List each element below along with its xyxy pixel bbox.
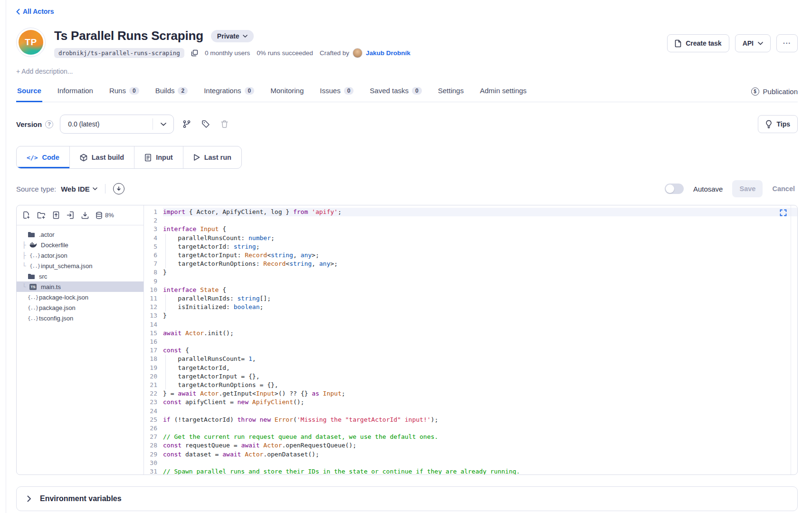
view-tab-code[interactable]: </>Code xyxy=(17,146,70,168)
tab-source[interactable]: Source xyxy=(16,82,42,102)
upload-file-button[interactable] xyxy=(49,208,63,222)
chevron-down-icon xyxy=(758,42,763,45)
api-label: API xyxy=(743,39,754,47)
publication-button[interactable]: $ Publication xyxy=(751,87,798,102)
code-row[interactable]: 23const apifyClient = new ApifyClient(); xyxy=(144,398,797,407)
code-row[interactable]: 13} xyxy=(144,311,797,320)
back-to-all-actors-link[interactable]: All Actors xyxy=(16,0,54,15)
view-tab-input[interactable]: Input xyxy=(134,146,183,168)
code-row[interactable]: 12 isInitialized: boolean; xyxy=(144,303,797,311)
tab-settings[interactable]: Settings xyxy=(437,82,465,102)
line-number: 4 xyxy=(144,234,163,242)
code-row[interactable]: 22} = await Actor.getInput<Input>() ?? {… xyxy=(144,389,797,398)
view-tab-last-run[interactable]: Last run xyxy=(183,146,241,168)
code-row[interactable]: 1import { Actor, ApifyClient, log } from… xyxy=(144,208,797,216)
code-row[interactable]: 29const dataset = await Actor.openDatase… xyxy=(144,450,797,459)
version-select[interactable]: 0.0 (latest) xyxy=(60,115,174,134)
api-dropdown-button[interactable]: API xyxy=(735,34,771,52)
git-branch-icon[interactable] xyxy=(181,118,193,130)
code-row[interactable]: 31// Spawn parallel runs and store their… xyxy=(144,467,797,474)
code-row[interactable]: 7 targetActorRunOptions: Record<string, … xyxy=(144,260,797,268)
save-button[interactable]: Save xyxy=(732,180,763,197)
new-file-button[interactable] xyxy=(19,208,33,222)
view-tab-last-build[interactable]: Last build xyxy=(70,146,134,168)
code-editor[interactable]: 1import { Actor, ApifyClient, log } from… xyxy=(144,205,797,474)
tab-monitoring[interactable]: Monitoring xyxy=(269,82,305,102)
tree-item-package-json[interactable]: {..}package.json xyxy=(17,302,143,313)
tab-runs[interactable]: Runs0 xyxy=(108,82,140,102)
autosave-label: Autosave xyxy=(693,185,723,193)
help-icon[interactable]: ? xyxy=(45,120,53,128)
add-description-link[interactable]: + Add description... xyxy=(16,68,73,75)
file-name: actor.json xyxy=(41,252,67,259)
download-source-icon[interactable] xyxy=(113,183,124,194)
code-row[interactable]: 14 xyxy=(144,320,797,329)
new-folder-button[interactable] xyxy=(34,209,48,222)
line-number: 15 xyxy=(144,329,163,338)
file-name: package.json xyxy=(39,304,76,311)
tree-item-tsconfig-json[interactable]: {..}tsconfig.json xyxy=(17,313,143,323)
tab-issues[interactable]: Issues0 xyxy=(319,82,354,102)
tree-item-src[interactable]: src xyxy=(17,271,143,281)
fullscreen-icon[interactable] xyxy=(780,209,787,216)
code-row[interactable]: 15await Actor.init(); xyxy=(144,329,797,338)
tab-saved-tasks[interactable]: Saved tasks0 xyxy=(369,82,422,102)
code-line: parallelRunIds: string[]; xyxy=(163,294,797,303)
code-line: await Actor.init(); xyxy=(163,329,797,338)
create-task-button[interactable]: Create task xyxy=(667,34,729,52)
cancel-button[interactable]: Cancel xyxy=(772,185,798,193)
tab-integrations[interactable]: Integrations0 xyxy=(203,82,255,102)
scrollbar[interactable] xyxy=(791,205,791,474)
tree-item-dockerfile[interactable]: ├Dockerfile xyxy=(17,240,143,250)
source-type-row: Source type: Web IDE Autosave Save Cance… xyxy=(16,180,798,197)
source-type-dropdown[interactable]: Web IDE xyxy=(61,185,97,193)
code-row[interactable]: 27// Get the current run request queue a… xyxy=(144,433,797,441)
code-row[interactable]: 16 xyxy=(144,338,797,346)
code-row[interactable]: 21 targetActorRunOptions = {}, xyxy=(144,381,797,389)
code-row[interactable]: 25if (!targetActorId) throw new Error('M… xyxy=(144,416,797,424)
environment-variables-section[interactable]: Environment variables xyxy=(16,486,798,511)
tree-item-actor-json[interactable]: ├{..}actor.json xyxy=(17,250,143,261)
visibility-dropdown[interactable]: Private xyxy=(211,30,254,42)
code-row[interactable]: 4 parallelRunsCount: number; xyxy=(144,234,797,242)
tab-builds[interactable]: Builds2 xyxy=(154,82,189,102)
code-row[interactable]: 2 xyxy=(144,216,797,225)
code-row[interactable]: 5 targetActorId: string; xyxy=(144,242,797,251)
autosave-toggle[interactable] xyxy=(665,184,684,194)
code-line: // Spawn parallel runs and store their I… xyxy=(163,467,797,474)
tree-branch: └ xyxy=(22,283,29,290)
code-row[interactable]: 9 xyxy=(144,277,797,286)
code-row[interactable]: 6 targetActorInput: Record<string, any>; xyxy=(144,251,797,260)
code-row[interactable]: 10interface State { xyxy=(144,286,797,294)
tips-button[interactable]: Tips xyxy=(758,115,798,133)
storage-usage-value: 8% xyxy=(105,212,114,219)
code-row[interactable]: 19 targetActorId, xyxy=(144,364,797,372)
tree-item-actor[interactable]: .actor xyxy=(17,229,143,240)
tree-item-main-ts[interactable]: └TSmain.ts xyxy=(17,281,143,292)
code-row[interactable]: 26 xyxy=(144,424,797,433)
code-row[interactable]: 17const { xyxy=(144,346,797,355)
code-row[interactable]: 3interface Input { xyxy=(144,225,797,233)
code-row[interactable]: 28const requestQueue = await Actor.openR… xyxy=(144,441,797,450)
more-actions-button[interactable]: ··· xyxy=(776,34,798,52)
tag-icon[interactable] xyxy=(200,118,212,130)
code-line: if (!targetActorId) throw new Error('Mis… xyxy=(163,416,797,424)
tree-item-package-lock-json[interactable]: {..}package-lock.json xyxy=(17,292,143,302)
line-number: 22 xyxy=(144,389,163,398)
author-link[interactable]: Jakub Drobník xyxy=(366,49,411,57)
code-row[interactable]: 18 parallelRunsCount= 1, xyxy=(144,355,797,363)
line-number: 13 xyxy=(144,311,163,320)
code-row[interactable]: 11 parallelRunIds: string[]; xyxy=(144,294,797,303)
copy-icon[interactable] xyxy=(191,49,198,57)
tab-admin-settings[interactable]: Admin settings xyxy=(479,82,527,102)
code-row[interactable]: 8} xyxy=(144,268,797,277)
download-all-button[interactable] xyxy=(78,209,92,222)
file-name: .actor xyxy=(39,231,55,238)
code-row[interactable]: 20 targetActorInput = {}, xyxy=(144,372,797,381)
code-row[interactable]: 30 xyxy=(144,459,797,467)
import-file-button[interactable] xyxy=(64,208,77,222)
delete-version-icon[interactable] xyxy=(219,118,230,130)
tree-item-input-schema-json[interactable]: └{..}input_schema.json xyxy=(17,261,143,271)
tab-information[interactable]: Information xyxy=(57,82,94,102)
code-row[interactable]: 24 xyxy=(144,407,797,416)
